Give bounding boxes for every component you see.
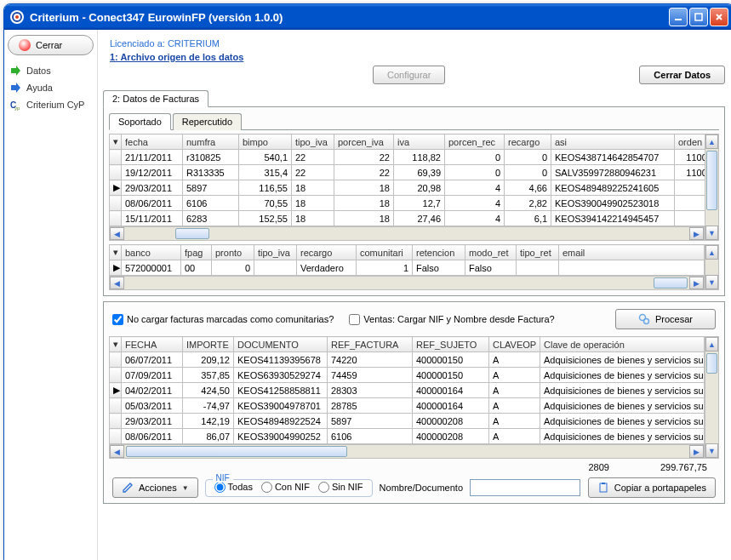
radio-con-nif[interactable]: Con NIF — [261, 482, 310, 493]
grid1-vscroll[interactable]: ▲ ▼ — [705, 134, 719, 241]
copiar-portapapeles-button[interactable]: Copiar a portapapeles — [588, 477, 716, 498]
col-banco[interactable]: banco — [122, 245, 181, 260]
outer-tabs: 2: Datos de Facturas — [103, 89, 725, 107]
col-REF-FACTURA[interactable]: REF_FACTURA — [328, 337, 413, 352]
license-line: Licenciado a: CRITERIUM — [103, 33, 725, 52]
row-selector-header[interactable]: ▾ — [110, 245, 122, 260]
cerrar-label: Cerrar — [36, 40, 62, 50]
scroll-down-icon[interactable]: ▼ — [705, 443, 718, 458]
col-pronto[interactable]: pronto — [212, 245, 254, 260]
svg-text:yp: yp — [14, 106, 20, 111]
scroll-right-icon[interactable]: ▶ — [689, 277, 704, 289]
total-count: 2809 — [588, 462, 608, 472]
checkbox[interactable] — [349, 314, 360, 325]
col-email[interactable]: email — [559, 245, 705, 260]
grid3-vscroll[interactable]: ▲ ▼ — [705, 336, 719, 459]
row-selector-header[interactable]: ▾ — [110, 134, 122, 150]
grid2-vscroll[interactable]: ▲ ▼ — [705, 244, 719, 290]
scroll-down-icon[interactable]: ▼ — [705, 275, 718, 289]
table-row[interactable]: ▶04/02/2011424,50KEOS4125885881128303400… — [110, 383, 705, 398]
close-window-button[interactable] — [710, 8, 728, 26]
col-FECHA[interactable]: FECHA — [122, 337, 183, 352]
scroll-up-icon[interactable]: ▲ — [705, 134, 718, 149]
col-iva[interactable]: iva — [394, 134, 445, 150]
table-row[interactable]: 21/11/2011r310825540,12222118,8200KEOS43… — [110, 150, 705, 165]
table-row[interactable]: ▶ 572000001 00 0 Verdadero 1 Falso Falso — [110, 260, 705, 276]
scroll-left-icon[interactable]: ◀ — [110, 445, 124, 458]
tab-repercutido[interactable]: Repercutido — [173, 113, 242, 130]
col-IMPORTE[interactable]: IMPORTE — [183, 337, 234, 352]
nombre-documento-input[interactable] — [470, 479, 580, 496]
col-bimpo[interactable]: bimpo — [239, 134, 292, 150]
scroll-left-icon[interactable]: ◀ — [110, 227, 124, 240]
sidebar-item-ayuda[interactable]: Ayuda — [8, 79, 94, 96]
grid-header-row: ▾ fecha numfra bimpo tipo_iva porcen_iva… — [110, 134, 705, 150]
svg-rect-4 — [695, 14, 702, 20]
gear-icon — [638, 313, 650, 325]
sidebar: Cerrar Datos Ayuda Cyp Criterium CyP — [4, 30, 98, 560]
grid2-hscroll[interactable]: ◀ ▶ — [109, 276, 705, 290]
grid1-hscroll[interactable]: ◀ ▶ — [109, 226, 705, 241]
acciones-button[interactable]: Acciones ▼ — [112, 477, 198, 498]
minimize-button[interactable] — [669, 8, 688, 26]
radio-todas[interactable]: Todas — [214, 482, 253, 493]
table-row[interactable]: 07/09/2011357,85KEOS63930529274744594000… — [110, 368, 705, 383]
col-CLAVEOP[interactable]: CLAVEOP — [489, 337, 540, 352]
col-clave-operacion[interactable]: Clave de operación — [540, 337, 705, 352]
col-tipo-iva[interactable]: tipo_iva — [292, 134, 334, 150]
col-porcen-iva[interactable]: porcen_iva — [334, 134, 394, 150]
clipboard-icon — [597, 482, 609, 494]
sidebar-item-criterium-cyp[interactable]: Cyp Criterium CyP — [8, 96, 94, 113]
chk-no-cargar-comunitarias[interactable]: No cargar facturas marcadas como comunit… — [112, 314, 334, 325]
pencil-icon — [122, 482, 134, 494]
chk-ventas-cargar-nif[interactable]: Ventas: Cargar NIF y Nombre desde Factur… — [349, 314, 554, 325]
grid-detail[interactable]: ▾ banco fpag pronto tipo_iva recargo com… — [109, 244, 705, 276]
cerrar-datos-button[interactable]: Cerrar Datos — [639, 66, 725, 84]
svg-rect-10 — [602, 483, 605, 484]
scroll-right-icon[interactable]: ▶ — [689, 445, 704, 458]
col-retencion[interactable]: retencion — [413, 245, 465, 260]
col-recargo[interactable]: recargo — [505, 134, 551, 150]
col-recargo2[interactable]: recargo — [297, 245, 357, 260]
table-row[interactable]: 08/06/201186,07KEOS390049902526106400000… — [110, 429, 705, 444]
col-modo-ret[interactable]: modo_ret — [465, 245, 517, 260]
maximize-button[interactable] — [689, 8, 708, 26]
scroll-up-icon[interactable]: ▲ — [705, 337, 718, 351]
col-porcen-rec[interactable]: porcen_rec — [445, 134, 505, 150]
tab-soportado[interactable]: Soportado — [109, 113, 171, 130]
sidebar-item-datos[interactable]: Datos — [8, 62, 94, 79]
table-row[interactable]: 29/03/2011142,19KEOS48948922524589740000… — [110, 414, 705, 429]
scroll-right-icon[interactable]: ▶ — [689, 227, 704, 240]
table-row[interactable]: 06/07/2011209,12KEOS41139395678742204000… — [110, 352, 705, 368]
cerrar-button[interactable]: Cerrar — [8, 35, 94, 55]
col-DOCUMENTO[interactable]: DOCUMENTO — [234, 337, 328, 352]
sidebar-item-label: Datos — [26, 66, 51, 76]
scroll-left-icon[interactable]: ◀ — [110, 277, 124, 289]
grid-soportado[interactable]: ▾ fecha numfra bimpo tipo_iva porcen_iva… — [109, 134, 705, 226]
configurar-button[interactable]: Configurar — [373, 66, 445, 84]
col-fpag[interactable]: fpag — [181, 245, 212, 260]
table-row[interactable]: 08/06/2011610670,55181812,742,82KEOS3900… — [110, 196, 705, 211]
col-fecha[interactable]: fecha — [122, 134, 183, 150]
tab-datos-facturas[interactable]: 2: Datos de Facturas — [103, 90, 208, 107]
scroll-up-icon[interactable]: ▲ — [705, 245, 718, 260]
col-REF-SUJETO[interactable]: REF_SUJETO — [413, 337, 489, 352]
row-selector-header[interactable]: ▾ — [110, 337, 122, 352]
radio-sin-nif[interactable]: Sin NIF — [318, 482, 363, 493]
col-tipo-iva2[interactable]: tipo_iva — [254, 245, 297, 260]
col-tipo-ret[interactable]: tipo_ret — [517, 245, 559, 260]
table-row[interactable]: 19/12/2011R313335315,4222269,3900SALV359… — [110, 165, 705, 180]
scroll-down-icon[interactable]: ▼ — [705, 226, 718, 240]
col-numfra[interactable]: numfra — [183, 134, 239, 150]
table-row[interactable]: ▶29/03/20115897116,55181820,9844,66KEOS4… — [110, 180, 705, 196]
table-row[interactable]: 15/11/20116283152,55181827,4646,1KEOS394… — [110, 211, 705, 226]
grid3-hscroll[interactable]: ◀ ▶ — [109, 444, 705, 459]
checkbox[interactable] — [112, 314, 123, 325]
col-orden[interactable]: orden — [675, 134, 705, 150]
col-comunitari[interactable]: comunitari — [357, 245, 413, 260]
table-row[interactable]: 05/03/2011-74,97KEOS39004978701287854000… — [110, 398, 705, 414]
procesar-button[interactable]: Procesar — [615, 309, 716, 329]
nombre-documento-label: Nombre/Documento — [380, 483, 463, 493]
col-asi[interactable]: asi — [551, 134, 675, 150]
grid-result[interactable]: ▾ FECHA IMPORTE DOCUMENTO REF_FACTURA RE… — [109, 336, 705, 444]
